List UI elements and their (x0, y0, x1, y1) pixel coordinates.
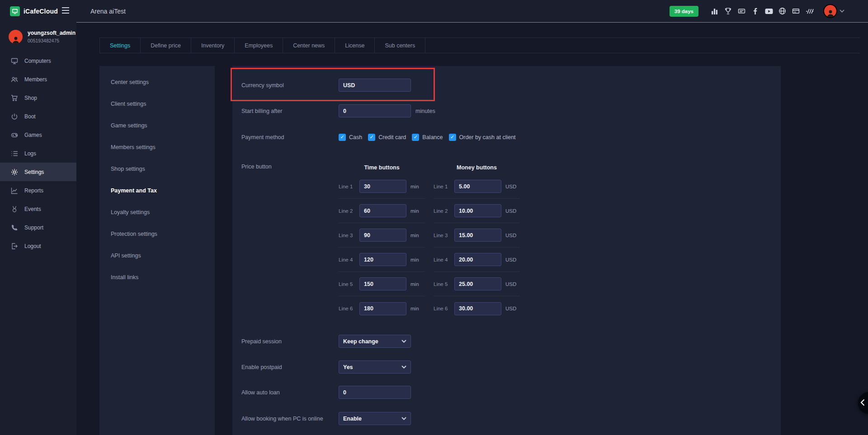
settings-nav-api-settings[interactable]: API settings (99, 245, 215, 267)
settings-nav-client-settings[interactable]: Client settings (99, 93, 215, 115)
money-line-6-input[interactable] (454, 302, 501, 315)
min-unit-label: min (410, 306, 425, 311)
checkbox-order-by-cash-at-client[interactable]: Order by cash at client (449, 134, 516, 141)
sidebar-item-label: Games (24, 132, 42, 138)
time-row-2: Line 2 min (339, 199, 425, 223)
license-days-badge[interactable]: 39 days (670, 6, 698, 17)
sidebar-item-settings[interactable]: Settings (0, 163, 76, 181)
settings-nav-loyalty-settings[interactable]: Loyalty settings (99, 201, 215, 223)
stats-icon[interactable] (710, 7, 719, 15)
sidebar-item-reports[interactable]: Reports (0, 181, 76, 200)
globe-icon[interactable] (778, 7, 787, 15)
avatar-image (824, 5, 836, 17)
chevron-left-icon (860, 399, 865, 406)
field-start-billing-after: Start billing after minutes (241, 104, 772, 117)
sidebar-item-computers[interactable]: Computers (0, 51, 76, 70)
tab-define-price[interactable]: Define price (141, 38, 191, 53)
tab-bar: Settings Define price Inventory Employee… (99, 37, 860, 53)
start-billing-label: Start billing after (241, 108, 339, 114)
prepaid-session-label: Prepaid session (241, 338, 339, 345)
list-icon (11, 150, 18, 157)
users-icon (11, 76, 18, 83)
money-line-1-input[interactable] (454, 180, 501, 193)
money-line-4-input[interactable] (454, 253, 501, 266)
settings-nav-shop-settings[interactable]: Shop settings (99, 158, 215, 180)
settings-nav-members-settings[interactable]: Members settings (99, 136, 215, 158)
checkbox-balance[interactable]: Balance (412, 134, 443, 141)
line-label: Line 5 (434, 281, 454, 287)
user-avatar[interactable] (823, 4, 837, 18)
usd-unit-label: USD (505, 184, 520, 189)
sidebar-item-label: Support (24, 225, 43, 231)
time-line-4-input[interactable] (359, 253, 406, 266)
time-row-4: Line 4 min (339, 248, 425, 272)
time-buttons-header: Time buttons (339, 161, 425, 174)
line-label: Line 3 (434, 233, 454, 238)
allow-auto-loan-input[interactable] (339, 386, 411, 399)
money-line-3-input[interactable] (454, 229, 501, 242)
app-logo[interactable]: iCafeCloud (10, 0, 58, 22)
money-row-5: Line 5 USD (434, 272, 520, 296)
sidebar-item-shop[interactable]: Shop (0, 89, 76, 107)
field-payment-method: Payment method Cash Credit card Balance (241, 131, 772, 144)
cart-icon (11, 94, 18, 102)
tab-sub-centers[interactable]: Sub centers (375, 38, 425, 53)
settings-nav-game-settings[interactable]: Game settings (99, 115, 215, 136)
checkbox-credit-card[interactable]: Credit card (368, 134, 406, 141)
tab-center-news[interactable]: Center news (283, 38, 335, 53)
checkbox-cash[interactable]: Cash (339, 134, 362, 141)
sidebar-user-card[interactable]: youngzsoft_admin 005193482475 (9, 30, 75, 44)
menu-toggle-icon[interactable] (61, 6, 71, 15)
prepaid-session-select[interactable]: Keep change (339, 335, 411, 348)
time-line-1-input[interactable] (359, 180, 406, 193)
allow-booking-select[interactable]: Enable (339, 412, 411, 425)
user-menu-chevron-down-icon[interactable] (840, 9, 844, 13)
settings-nav-center-settings[interactable]: Center settings (99, 71, 215, 93)
tab-inventory[interactable]: Inventory (191, 38, 235, 53)
billing-icon[interactable] (792, 7, 800, 15)
sidebar-item-logs[interactable]: Logs (0, 144, 76, 163)
time-line-3-input[interactable] (359, 229, 406, 242)
currency-symbol-label: Currency symbol (241, 82, 339, 89)
facebook-icon[interactable] (751, 7, 760, 15)
gear-icon (11, 168, 18, 176)
field-prepaid-session: Prepaid session Keep change (241, 335, 772, 348)
sidebar-item-games[interactable]: Games (0, 126, 76, 144)
tab-license[interactable]: License (335, 38, 375, 53)
workstation-icon[interactable] (737, 7, 746, 15)
youtube-icon[interactable] (764, 7, 773, 15)
sidebar-item-members[interactable]: Members (0, 70, 76, 89)
trophy-icon[interactable] (724, 7, 732, 15)
time-line-5-input[interactable] (359, 277, 406, 290)
sidebar-item-events[interactable]: Events (0, 200, 76, 218)
currency-symbol-input[interactable] (339, 79, 411, 92)
money-line-2-input[interactable] (454, 204, 501, 217)
sidebar: youngzsoft_admin 005193482475 Computers … (0, 22, 76, 435)
settings-nav-protection-settings[interactable]: Protection settings (99, 223, 215, 245)
start-billing-input[interactable] (339, 104, 411, 117)
settings-nav-install-links[interactable]: Install links (99, 267, 215, 288)
boot-icon (11, 113, 18, 120)
min-unit-label: min (410, 257, 425, 262)
time-line-6-input[interactable] (359, 302, 406, 315)
settings-nav-payment-and-tax[interactable]: Payment and Tax (99, 180, 215, 201)
usd-unit-label: USD (505, 208, 520, 214)
center-name: Arena aiTest (90, 0, 126, 22)
usd-unit-label: USD (505, 257, 520, 262)
sidebar-item-support[interactable]: Support (0, 218, 76, 237)
money-row-2: Line 2 USD (434, 199, 520, 223)
sidebar-item-label: Reports (24, 187, 43, 194)
money-line-5-input[interactable] (454, 277, 501, 290)
partners-icon[interactable] (805, 7, 814, 15)
time-line-2-input[interactable] (359, 204, 406, 217)
field-enable-postpaid: Enable postpaid Yes (241, 360, 772, 374)
payment-method-options: Cash Credit card Balance Order by cash a… (339, 134, 516, 141)
enable-postpaid-select[interactable]: Yes (339, 360, 411, 374)
tab-employees[interactable]: Employees (235, 38, 283, 53)
sidebar-item-logout[interactable]: Logout (0, 237, 76, 255)
payment-method-label: Payment method (241, 134, 339, 140)
screen: iCafeCloud Arena aiTest 39 days (0, 0, 868, 435)
chevron-down-icon (401, 365, 406, 369)
tab-settings[interactable]: Settings (99, 38, 141, 53)
sidebar-item-boot[interactable]: Boot (0, 107, 76, 126)
